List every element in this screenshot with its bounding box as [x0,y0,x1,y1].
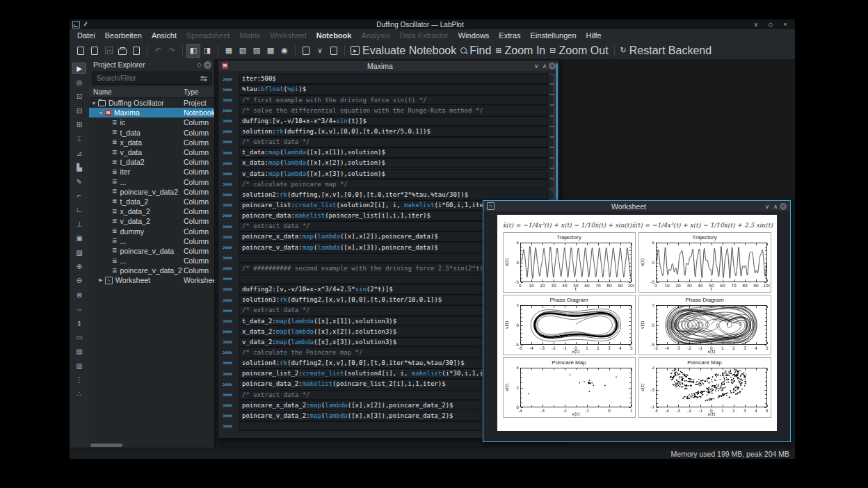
zoom-y-select-icon[interactable]: ⊞ [72,120,86,131]
zoom-fit-icon[interactable]: ⊗ [72,289,86,300]
tree-item-poincare-v-data[interactable]: ≣poincare_v_dataColumn [89,246,214,256]
select-y-region-icon[interactable]: ▥ [72,360,86,371]
remove-entry-button[interactable] [327,44,341,58]
notebook-evaluate-entry-button[interactable]: ▦ [222,44,236,58]
tree-item-x-data[interactable]: ≣x_dataColumn [89,138,214,147]
collapse-arrow-icon[interactable]: ▼ [90,101,97,106]
notebook-remove-results-button[interactable]: ▩ [264,44,278,58]
project-explorer-header[interactable]: Project Explorer ◇ × [89,59,214,70]
image-icon[interactable]: ▨ [72,247,86,258]
minimize-button[interactable]: ∨ [752,21,760,28]
plot-poincare-1[interactable]: Poincare Map [503,357,636,418]
notebook-titlebar[interactable]: M Maxima ∨∧× [218,60,559,71]
crosshair-mode-icon[interactable]: ◎ [72,76,86,88]
search-input[interactable] [95,74,200,83]
notebook-syntax-highlight-button[interactable]: ◉ [278,44,291,58]
zoom-fit-width-icon[interactable]: ⇔ [72,304,86,315]
maximize-button[interactable]: ∧ [771,203,780,210]
minimize-button[interactable]: ∨ [763,203,771,210]
menu-ansicht[interactable]: Ansicht [147,31,182,40]
plot-poincare-2[interactable]: Poincare Map [638,357,771,418]
column-header-name[interactable]: Name [89,88,184,96]
close-button[interactable]: × [780,203,787,210]
tree-item-x-data-2[interactable]: ≣x_data_2Column [89,206,214,216]
zoom-out-button[interactable]: ⊟Zoom Out [547,44,610,58]
tree-item-poincare-v-data2[interactable]: ≣poincare_v_data2Column [89,187,214,197]
menu-notebook[interactable]: Notebook [312,31,357,40]
minimize-button[interactable]: ∨ [532,63,540,70]
tree-item-ic[interactable]: ≣icColumn [89,117,214,127]
menu-hilfe[interactable]: Hilfe [581,31,606,40]
print-button[interactable] [115,44,129,58]
tree-item-t-data2[interactable]: ≣t_data2Column [89,157,214,167]
close-dock-icon[interactable]: × [204,61,211,69]
menu-bearbeiten[interactable]: Bearbeiten [100,31,147,40]
code-input-field[interactable]: duffing:[v,-v/10+x-x^3/4+sin(t)]$ [239,116,548,127]
plot-canvas-poincare-1[interactable] [504,366,634,416]
draw-curve-icon[interactable]: ✎ [72,176,86,187]
close-button[interactable]: × [781,21,789,28]
menu-einstellungen[interactable]: Einstellungen [526,31,581,40]
tree-item-poincare-v-data-2[interactable]: ≣poincare_v_data_2Column [89,266,214,275]
toggle-project-explorer-button[interactable]: ◧ [186,44,200,58]
code-input-field[interactable]: iter:500$ [239,74,548,84]
notebook-expand-results-button[interactable]: ▧ [236,44,250,58]
menu-extras[interactable]: Extras [494,31,525,40]
code-input-field[interactable]: %tau:bfloat(%pi)$ [239,84,548,95]
tree-item-v-data-2[interactable]: ≣v_data_2Column [89,216,214,226]
plot-canvas-trajectory-1[interactable] [504,241,634,291]
plot-phase-2[interactable]: Phase Diagram [638,295,771,355]
code-input-field[interactable]: /* first example with the driving force … [239,95,548,106]
add-entry-button[interactable] [299,44,313,58]
new-project-button[interactable] [74,44,88,58]
tree-item-[interactable]: ≣...Column [89,256,214,266]
float-dock-icon[interactable]: ◇ [195,61,204,68]
code-input-field[interactable]: t_data:map(lambda([x],x[1]),solution)$ [239,147,548,158]
tree-item-v-data[interactable]: ≣v_dataColumn [89,147,214,157]
code-input-field[interactable]: solution:rk(duffing,[x,v],[0,0],[t,0,ite… [239,127,548,137]
more-tools-icon[interactable]: ⋮ [72,375,86,386]
tree-item-t-data[interactable]: ≣t_dataColumn [89,128,214,138]
menu-datei[interactable]: Datei [72,31,100,40]
plot-canvas-poincare-2[interactable] [640,366,770,416]
worksheet-titlebar[interactable]: ∿ Worksheet ∨∧× [483,201,790,211]
toggle-properties-explorer-button[interactable]: ◨ [200,44,214,58]
expand-arrow-icon[interactable]: ▶ [97,277,104,283]
code-input-field[interactable]: /* calculate poincare map */ [239,179,548,190]
axis-horizontal-icon[interactable]: ⌐ [72,190,86,202]
scrollbar-thumb[interactable] [90,444,122,447]
notebook-collapse-results-button[interactable]: ▨ [250,44,264,58]
collapse-arrow-icon[interactable]: ▼ [97,111,104,115]
zoom-select-icon[interactable]: ⊡ [72,91,86,102]
plot-canvas-phase-1[interactable] [504,304,634,354]
code-input-field[interactable]: /* solve the differential equation with … [239,106,548,116]
code-input-field[interactable]: /* extract data */ [239,137,548,147]
axis-both-icon[interactable]: ⊥ [72,218,86,229]
plot-canvas-trajectory-2[interactable] [640,241,770,291]
maximize-button[interactable]: ∧ [540,63,549,70]
plot-phase-1[interactable]: Phase Diagram [503,295,636,355]
arrange-icon[interactable]: ∴ [72,389,86,400]
text-label-icon[interactable]: ▣ [72,233,86,244]
tree-item-dummy[interactable]: ≣dummyColumn [89,226,214,236]
zoom-x-select-icon[interactable]: ⊟ [72,105,86,116]
tree-item-iter[interactable]: ≣iterColumn [89,167,214,177]
column-header-type[interactable]: Type [184,88,214,96]
histogram-icon[interactable]: ▙ [72,162,86,173]
code-input-field[interactable]: solution2:rk(duffing,[x,v],[0,0],[t,0,it… [239,190,548,200]
plot-trajectory-2[interactable]: Trajectory [638,232,771,293]
zoom-out-icon[interactable]: ⊖ [72,275,86,286]
maximize-button[interactable]: ◇ [766,21,775,28]
find-button[interactable]: Find [458,44,493,58]
axis-vertical-icon[interactable]: ∟ [72,204,86,215]
tree-item-t-data-2[interactable]: ≣t_data_2Column [89,197,214,206]
window-titlebar[interactable]: Duffing Oscillator — LabPlot ∨◇× [70,19,795,29]
worksheet-page[interactable]: ẍ(t) = −1/4x³(t) + x(t) − 1/10ẋ(t) + sin… [497,215,777,431]
tree-column-headers[interactable]: Name Type [89,87,214,98]
zoom-in-icon[interactable]: ⊕ [72,261,86,272]
zoom-fit-height-icon[interactable]: ⇕ [72,318,86,329]
tree-item-maxima[interactable]: ▼MMaximaNotebook [89,108,214,117]
code-input-field[interactable]: x_data:map(lambda([x],x[2]),solution)$ [239,158,548,168]
select-region-icon[interactable]: ▭ [72,332,86,343]
tree-item-worksheet[interactable]: ▶∿WorksheetWorksheet [89,275,214,285]
